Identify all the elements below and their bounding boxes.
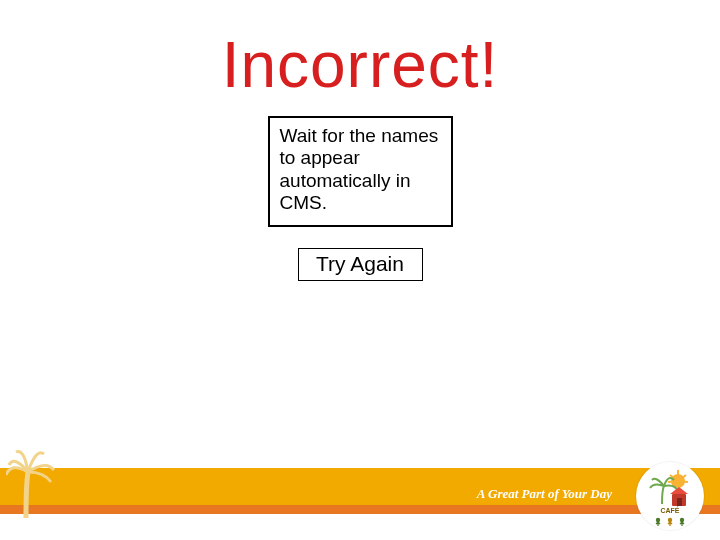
try-again-button[interactable]: Try Again <box>298 248 423 281</box>
svg-point-7 <box>668 518 672 522</box>
footer-tagline: A Great Part of Your Day <box>477 486 612 502</box>
feedback-message-box: Wait for the names to appear automatical… <box>268 116 453 227</box>
feedback-heading: Incorrect! <box>0 28 720 102</box>
palm-tree-icon <box>6 440 61 522</box>
cafe-logo: CAFÉ <box>636 462 704 530</box>
svg-point-6 <box>656 518 660 522</box>
footer-bar <box>0 468 720 514</box>
svg-text:CAFÉ: CAFÉ <box>660 506 679 514</box>
feedback-message-text: Wait for the names to appear automatical… <box>280 125 439 213</box>
svg-point-8 <box>680 518 684 522</box>
footer-accent-strip <box>0 505 720 514</box>
svg-rect-3 <box>677 498 682 506</box>
